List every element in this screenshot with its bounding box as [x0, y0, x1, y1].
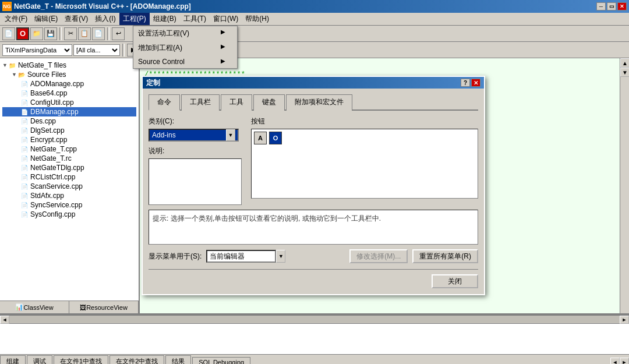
tree-file-base64[interactable]: 📄 Base64.cpp	[2, 89, 136, 98]
menu-file[interactable]: 文件(F)	[1, 13, 31, 25]
toolbar-separator1	[59, 27, 62, 40]
bottom-content	[0, 324, 629, 354]
file-icon: 📄	[21, 156, 30, 162]
undo-button[interactable]: ↩	[112, 27, 125, 40]
category-dropdown-btn[interactable]: ▼	[226, 129, 235, 141]
tabs-scroll-left[interactable]: ◄	[610, 358, 620, 364]
hscroll-left[interactable]: ◄	[0, 316, 9, 324]
tree-file-sysconfig[interactable]: 📄 SysConfig.cpp	[2, 210, 136, 219]
display-select[interactable]: 当前编辑器	[206, 250, 276, 263]
tree-file-netgatetdlg[interactable]: 📄 NetGateTDlg.cpp	[2, 163, 136, 172]
file-icon: 📄	[21, 165, 30, 171]
tree-file-adomange[interactable]: 📄 ADOManage.cpp	[2, 79, 136, 89]
hscroll-right[interactable]: ►	[620, 316, 629, 324]
bottom-hscroll[interactable]: ◄ ►	[0, 316, 629, 324]
description-content	[149, 158, 242, 205]
restore-button[interactable]: ▭	[607, 2, 616, 10]
hint-box: 提示: 选择一个类别,单击按钮可以查看它的说明, 或拖动它到一个工具栏中.	[149, 210, 478, 245]
description-area: 说明:	[149, 146, 242, 205]
file-icon: 📄	[21, 146, 30, 153]
menu-insert[interactable]: 插入(I)	[91, 13, 119, 25]
file-icon: 📄	[21, 90, 30, 97]
tree-file-rclistctrl[interactable]: 📄 RCListCtrl.cpp	[2, 172, 136, 182]
titlebar: NG NetGate_T - Microsoft Visual C++ - [A…	[0, 0, 629, 13]
tree-source-files[interactable]: ▼ 📂 Source Files	[2, 70, 136, 79]
btn-swatch-o[interactable]: O	[269, 132, 282, 144]
new-button[interactable]: 📄	[2, 27, 15, 40]
menu-view[interactable]: 查看(V)	[61, 13, 91, 25]
tab-classview[interactable]: 📊 ClassView	[0, 301, 69, 313]
menu-set-active[interactable]: 设置活动工程(V)▶	[133, 26, 237, 41]
category-value: Add-ins ▼	[149, 129, 239, 142]
dialog-help-btn[interactable]: ?	[461, 79, 470, 87]
tree-file-dbmanage[interactable]: 📄 DBManage.cpp	[2, 107, 136, 116]
tree-file-syncservice[interactable]: 📄 SyncService.cpp	[2, 200, 136, 210]
tree-file-scanservice[interactable]: 📄 ScanService.cpp	[2, 182, 136, 191]
dialog-tab-content: 类别(C): Add-ins ▼ 说明: 按钮 A O	[149, 116, 478, 205]
paste-button[interactable]: 📄	[92, 27, 105, 40]
buttons-column: 按钮 A O	[251, 116, 478, 205]
menu-window[interactable]: 窗口(W)	[210, 13, 242, 25]
btab-find1[interactable]: 在文件1中查找	[54, 355, 108, 364]
cut-button[interactable]: ✂	[64, 27, 77, 40]
menu-project[interactable]: 工程(P)	[119, 13, 150, 25]
description-label: 说明:	[149, 146, 242, 156]
file-icon: 📄	[21, 193, 30, 199]
tab-resourceview[interactable]: 🖼 ResourceView	[69, 301, 139, 313]
scroll-down-btn[interactable]: ▼	[620, 68, 629, 77]
btab-build[interactable]: 组建	[0, 355, 26, 364]
member-combo[interactable]: [All cla...	[73, 44, 120, 56]
class-combo[interactable]: TiXmlParsingData	[2, 44, 72, 56]
category-label: 类别(C):	[149, 116, 242, 126]
btn-swatch-a[interactable]: A	[254, 132, 267, 144]
workspace-tabs: 📊 ClassView 🖼 ResourceView	[0, 301, 139, 313]
btab-result[interactable]: 结果	[165, 355, 191, 364]
hscroll-track[interactable]	[9, 316, 620, 323]
toolbar2: TiXmlParsingData [All cla... ▶ ⏹ ⏩ 🔨 ⚙ !…	[0, 42, 629, 58]
save-button[interactable]: 💾	[44, 27, 57, 40]
scroll-up-btn[interactable]: ▲	[620, 58, 629, 68]
minimize-button[interactable]: ─	[596, 2, 606, 10]
modify-button[interactable]: 修改选择(M)...	[349, 249, 408, 263]
workspace-panel: ▼ 📁 NetGate_T files ▼ 📂 Source Files 📄 A…	[0, 58, 140, 313]
file-icon: 📄	[21, 100, 30, 106]
tree-file-encrypt[interactable]: 📄 Encrypt.cpp	[2, 135, 136, 144]
red-button[interactable]: O	[16, 27, 29, 40]
file-icon: 📄	[21, 211, 30, 218]
display-label: 显示菜单用于(S):	[149, 252, 202, 261]
tree-file-stdafx[interactable]: 📄 StdAfx.cpp	[2, 191, 136, 200]
file-icon: 📄	[21, 183, 30, 190]
category-column: 类别(C): Add-ins ▼ 说明:	[149, 116, 242, 205]
file-icon: 📄	[21, 202, 30, 208]
dtab-addons[interactable]: 附加项和宏文件	[286, 94, 352, 111]
dialog-close-button[interactable]: 关闭	[432, 274, 478, 288]
menu-edit[interactable]: 编辑(E)	[31, 13, 61, 25]
editor-vscroll[interactable]: ▲ ▼	[620, 58, 629, 313]
close-button[interactable]: ✕	[617, 2, 627, 10]
menu-tools[interactable]: 工具(T)	[180, 13, 210, 25]
tabs-scroll-right[interactable]: ►	[620, 358, 629, 364]
display-dropdown-btn[interactable]: ▼	[276, 250, 285, 263]
tree-file-des[interactable]: 📄 Des.cpp	[2, 116, 136, 126]
dialog-title: 定制	[146, 78, 461, 88]
btab-sql[interactable]: SQL Debugging	[192, 357, 250, 364]
tree-file-dlgset[interactable]: 📄 DlgSet.cpp	[2, 126, 136, 135]
dialog-close-btn[interactable]: ✕	[471, 79, 480, 87]
tree-file-netgate-t[interactable]: 📄 NetGate_T.cpp	[2, 144, 136, 154]
open-button[interactable]: 📁	[30, 27, 43, 40]
menu-add-to-project[interactable]: 增加到工程(A)▶	[133, 41, 237, 55]
copy-button[interactable]: 📋	[78, 27, 91, 40]
tree-file-configutil[interactable]: 📄 ConfigUtil.cpp	[2, 98, 136, 107]
menu-help[interactable]: 帮助(H)	[242, 13, 273, 25]
dtab-toolbar[interactable]: 工具栏	[181, 94, 220, 111]
reset-all-button[interactable]: 重置所有菜单(R)	[412, 249, 478, 263]
menu-source-control[interactable]: Source Control▶	[133, 55, 237, 68]
tree-root[interactable]: ▼ 📁 NetGate_T files	[2, 61, 136, 70]
menu-build[interactable]: 组建(B)	[150, 13, 180, 25]
btab-find2[interactable]: 在文件2中查找	[109, 355, 164, 364]
dtab-keyboard[interactable]: 键盘	[253, 94, 285, 111]
tree-file-netgate-rc[interactable]: 📄 NetGate_T.rc	[2, 154, 136, 163]
dtab-tools[interactable]: 工具	[221, 94, 252, 111]
dtab-commands[interactable]: 命令	[149, 94, 180, 111]
btab-debug[interactable]: 调试	[27, 355, 52, 364]
